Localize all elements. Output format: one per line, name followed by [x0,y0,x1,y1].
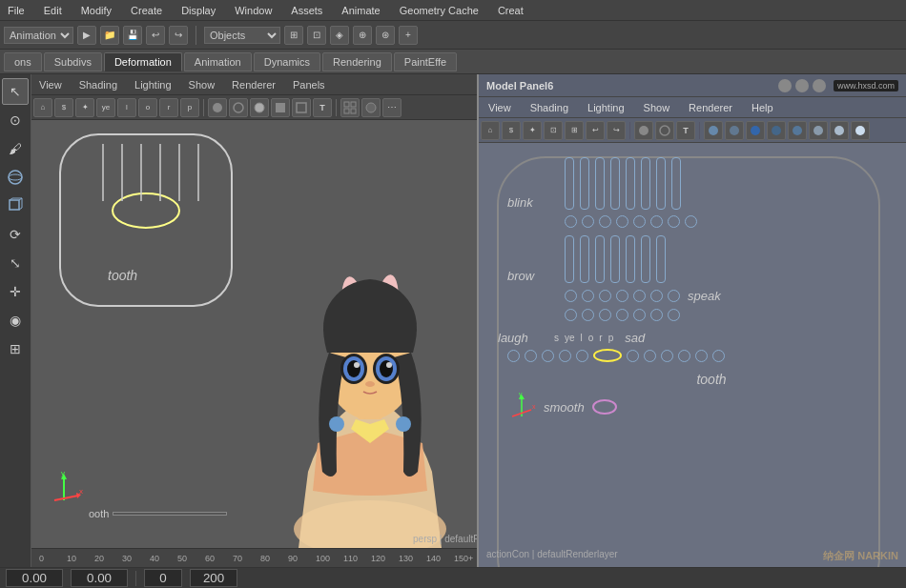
toolbar-btn-4[interactable]: ↩ [146,26,165,45]
right-tb-3[interactable]: ✦ [523,121,542,140]
right-tb-6[interactable]: ↩ [586,121,605,140]
window-maximize-btn[interactable] [795,79,809,92]
brow-slider-4[interactable] [610,235,620,283]
blink-slider-2[interactable] [580,157,589,210]
menu-display[interactable]: Display [177,3,219,18]
menu-create[interactable]: Create [127,3,166,18]
vp-menu-view[interactable]: View [35,77,66,92]
vp-menu-lighting[interactable]: Lighting [131,77,175,92]
tab-ons[interactable]: ons [4,52,42,71]
menu-window[interactable]: Window [231,3,276,18]
vp-menu-panels[interactable]: Panels [289,77,329,92]
toolbar-snap-2[interactable]: ⊡ [307,26,326,45]
toolbar-snap-5[interactable]: ⊛ [376,26,395,45]
right-menu-lighting[interactable]: Lighting [584,100,628,115]
right-tb-2[interactable]: $ [502,121,521,140]
right-menu-show[interactable]: Show [640,100,674,115]
vp-btn-shade5[interactable] [292,98,311,117]
status-field-1[interactable] [6,569,63,587]
sidebar-node-icon[interactable]: ◉ [2,307,29,334]
sidebar-cube-icon[interactable] [2,193,29,219]
vp-btn-6[interactable]: p [180,98,199,117]
vp-btn-grid[interactable] [340,98,360,117]
vp-btn-shade3[interactable] [250,98,269,117]
vp-btn-circle[interactable] [361,98,381,117]
window-close-btn[interactable] [813,79,826,92]
tab-deformation[interactable]: Deformation [104,52,182,71]
blink-slider-7[interactable] [656,157,666,210]
right-menu-renderer[interactable]: Renderer [685,100,736,115]
right-menu-shading[interactable]: Shading [526,100,572,115]
right-tb-sphere5[interactable] [788,121,807,140]
vp-btn-zoom[interactable]: $ [54,98,73,117]
viewport-canvas[interactable]: tooth ooth [31,120,477,548]
vp-btn-4[interactable]: o [138,98,157,117]
toolbar-snap-3[interactable]: ◈ [330,26,349,45]
toolbar-snap-1[interactable]: ⊞ [284,26,303,45]
toolbar-btn-5[interactable]: ↪ [169,26,188,45]
brow-slider-7[interactable] [656,235,666,283]
right-tb-4[interactable]: ⊡ [544,121,563,140]
menu-creat[interactable]: Creat [494,3,527,18]
vp-btn-shade2[interactable] [229,98,248,117]
brow-slider-5[interactable] [626,235,635,283]
vp-menu-renderer[interactable]: Renderer [228,77,279,92]
status-field-4[interactable] [190,569,237,587]
sidebar-scale-icon[interactable]: ⤡ [2,250,29,276]
right-tb-T[interactable]: T [676,121,695,140]
sidebar-lasso-icon[interactable]: ⊙ [2,107,29,133]
vp-btn-dots[interactable]: ⋯ [382,98,402,117]
toolbar-snap-6[interactable]: + [399,26,418,45]
vp-btn-wire[interactable]: ye [96,98,115,117]
tab-painteff[interactable]: PaintEffe [394,52,457,71]
right-tb-shade[interactable] [634,121,653,140]
vp-btn-T[interactable]: T [313,98,332,117]
menu-geocache[interactable]: Geometry Cache [396,3,483,18]
right-menu-help[interactable]: Help [748,100,777,115]
brow-slider-1[interactable] [565,235,574,283]
blink-slider-8[interactable] [671,157,681,210]
right-tb-sphere3[interactable] [746,121,765,140]
sidebar-select-icon[interactable]: ↖ [2,78,29,105]
toolbar-btn-1[interactable]: ▶ [77,26,96,45]
brow-slider-3[interactable] [595,235,605,283]
status-field-2[interactable] [71,569,128,587]
tab-animation[interactable]: Animation [184,52,252,71]
blink-slider-5[interactable] [626,157,635,210]
brow-slider-2[interactable] [580,235,589,283]
blink-slider-3[interactable] [595,157,605,210]
right-tb-1[interactable]: ⌂ [481,121,500,140]
right-tb-sphere4[interactable] [767,121,786,140]
animation-mode-select[interactable]: Animation [4,27,73,44]
tab-rendering[interactable]: Rendering [322,52,392,71]
right-tb-sphere2[interactable] [725,121,744,140]
vp-menu-show[interactable]: Show [185,77,219,92]
tab-subdivs[interactable]: Subdivs [44,52,102,71]
right-tb-sphere7[interactable] [830,121,849,140]
right-viewport[interactable]: blink [479,143,906,567]
menu-assets[interactable]: Assets [287,3,326,18]
menu-edit[interactable]: Edit [40,3,66,18]
right-tb-wire[interactable] [655,121,674,140]
toolbar-btn-2[interactable]: 📁 [100,26,119,45]
vp-btn-fit[interactable]: ✦ [75,98,94,117]
blink-slider-1[interactable] [565,157,574,210]
blink-slider-4[interactable] [610,157,620,210]
sidebar-sphere-icon[interactable] [2,164,29,191]
right-tb-sphere8[interactable] [851,121,870,140]
sidebar-paint-icon[interactable]: 🖌 [2,135,29,162]
menu-animate[interactable]: Animate [338,3,383,18]
right-tb-sphere6[interactable] [809,121,828,140]
right-tb-sphere1[interactable] [704,121,723,140]
toolbar-snap-4[interactable]: ⊕ [353,26,372,45]
vp-menu-shading[interactable]: Shading [75,77,121,92]
sidebar-history-icon[interactable]: ⊞ [2,335,29,362]
vp-btn-shade1[interactable] [208,98,227,117]
right-tb-7[interactable]: ↪ [607,121,626,140]
vp-btn-smooth[interactable]: l [117,98,136,117]
menu-modify[interactable]: Modify [77,3,115,18]
brow-slider-6[interactable] [641,235,650,283]
vp-btn-5[interactable]: r [159,98,178,117]
status-field-3[interactable] [144,569,182,587]
vp-btn-home[interactable]: ⌂ [33,98,52,117]
